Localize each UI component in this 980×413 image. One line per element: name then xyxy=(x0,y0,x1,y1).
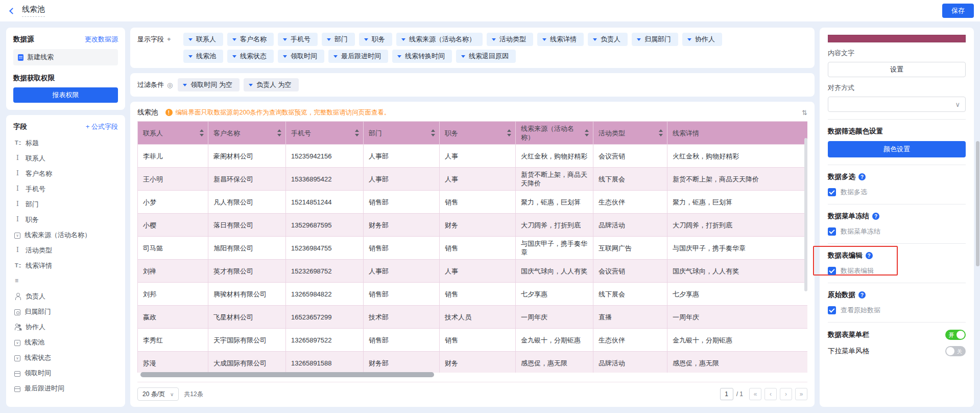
sort-icon[interactable] xyxy=(659,129,663,136)
formula-field-link[interactable]: + 公式字段 xyxy=(86,122,118,131)
question-icon[interactable]: ? xyxy=(858,173,866,180)
column-header[interactable]: 客户名称 xyxy=(208,122,286,145)
table-cell[interactable]: 13265984822 xyxy=(286,283,364,306)
table-cell[interactable]: 小樱 xyxy=(138,214,208,237)
table-cell[interactable]: 15336895422 xyxy=(286,168,364,191)
table-cell[interactable]: 销售 xyxy=(440,283,516,306)
color-settings-button[interactable]: 颜色设置 xyxy=(828,141,966,157)
datasource-item[interactable]: 新建线索 xyxy=(13,49,118,65)
table-cell[interactable]: 一周年庆 xyxy=(516,306,593,329)
checkbox-checked[interactable] xyxy=(828,188,836,196)
column-header[interactable]: 职务 xyxy=(440,122,516,145)
checkbox-checked[interactable] xyxy=(828,306,836,314)
next-page-button[interactable]: › xyxy=(780,388,792,400)
table-cell[interactable]: 国庆气球向，人人有奖 xyxy=(667,260,808,283)
table-cell[interactable]: 品牌活动 xyxy=(593,214,667,237)
table-cell[interactable]: 人事 xyxy=(440,145,516,168)
table-cell[interactable]: 苏漫 xyxy=(138,352,208,373)
table-cell[interactable]: 大刀阔斧，打折到底 xyxy=(516,214,593,237)
table-cell[interactable]: 人事 xyxy=(440,260,516,283)
toggle-switch[interactable]: 关 xyxy=(945,346,966,356)
table-cell[interactable]: 与国庆甲子，携手奏华章 xyxy=(667,237,808,260)
table-cell[interactable]: 英才有限公司 xyxy=(208,260,286,283)
table-cell[interactable]: 小梦 xyxy=(138,191,208,214)
table-cell[interactable]: 王小明 xyxy=(138,168,208,191)
table-cell[interactable]: 会议营销 xyxy=(593,260,667,283)
sort-icon[interactable] xyxy=(585,129,589,136)
sort-icon[interactable] xyxy=(200,129,204,136)
table-cell[interactable]: 聚力，钜惠，巨划算 xyxy=(667,191,808,214)
table-cell[interactable]: 新昌环保公司 xyxy=(208,168,286,191)
table-cell[interactable]: 13265897522 xyxy=(286,329,364,352)
table-cell[interactable]: 人事部 xyxy=(364,145,440,168)
column-header[interactable]: 手机号 xyxy=(286,122,364,145)
table-cell[interactable]: 人事部 xyxy=(364,168,440,191)
table-cell[interactable]: 15232698752 xyxy=(286,260,364,283)
field-item[interactable] xyxy=(13,273,118,289)
field-item[interactable]: 客户名称 xyxy=(13,166,118,181)
table-cell[interactable]: 李秀红 xyxy=(138,329,208,352)
current-page-input[interactable]: 1 xyxy=(720,388,733,400)
display-field-chip[interactable]: 线索退回原因 xyxy=(456,50,516,63)
table-cell[interactable]: 销售部 xyxy=(364,237,440,260)
toggle-switch[interactable]: 开 xyxy=(945,330,966,340)
field-item[interactable]: 线索详情 xyxy=(13,258,118,273)
display-field-chip[interactable]: 协作人 xyxy=(682,33,722,46)
table-cell[interactable]: 刘邦 xyxy=(138,283,208,306)
content-text-settings-button[interactable]: 设置 xyxy=(828,62,966,77)
page-size-select[interactable]: 20 条/页 ∨ xyxy=(137,387,179,401)
table-cell[interactable]: 天宇国际有限公司 xyxy=(208,329,286,352)
column-header[interactable]: 线索来源（活动名称） xyxy=(516,122,593,145)
report-permission-button[interactable]: 报表权限 xyxy=(13,87,118,103)
field-item[interactable]: 手机号 xyxy=(13,181,118,197)
table-cell[interactable]: 人事部 xyxy=(364,260,440,283)
display-field-chip[interactable]: 最后跟进时间 xyxy=(328,50,388,63)
table-cell[interactable]: 线下展会 xyxy=(593,168,667,191)
table-cell[interactable]: 人事 xyxy=(440,168,516,191)
sort-order-icon[interactable]: ⇅ xyxy=(802,109,807,117)
display-field-chip[interactable]: 职务 xyxy=(359,33,392,46)
table-cell[interactable]: 财务部 xyxy=(364,352,440,373)
color-swatch[interactable] xyxy=(828,35,966,42)
table-cell[interactable]: 销售部 xyxy=(364,329,440,352)
display-field-chip[interactable]: 线索转换时间 xyxy=(392,50,452,63)
table-vertical-scrollbar[interactable] xyxy=(804,138,807,291)
table-cell[interactable]: 旭阳有限公司 xyxy=(208,237,286,260)
table-cell[interactable]: 15236984755 xyxy=(286,237,364,260)
display-field-chip[interactable]: 客户名称 xyxy=(227,33,274,46)
display-field-chip[interactable]: 联系人 xyxy=(183,33,223,46)
field-item[interactable]: 协作人 xyxy=(13,319,118,335)
table-cell[interactable]: 与国庆甲子，携手奏华章 xyxy=(516,237,593,260)
field-item[interactable]: 线索状态 xyxy=(13,350,118,365)
page-vertical-scrollbar[interactable] xyxy=(976,141,979,266)
table-cell[interactable]: 金九银十，分期钜惠 xyxy=(667,329,808,352)
table-cell[interactable]: 豪阁材料公司 xyxy=(208,145,286,168)
table-cell[interactable]: 财务部 xyxy=(364,214,440,237)
table-cell[interactable]: 腾骏材料有限公司 xyxy=(208,283,286,306)
table-cell[interactable]: 火红金秋，购物好精彩 xyxy=(516,145,593,168)
field-item[interactable]: 最后跟进时间 xyxy=(13,381,118,396)
table-cell[interactable]: 金九银十，分期钜惠 xyxy=(516,329,593,352)
field-item[interactable]: 负责人 xyxy=(13,289,118,304)
sort-icon[interactable] xyxy=(277,129,281,136)
table-cell[interactable]: 生态伙伴 xyxy=(593,191,667,214)
table-cell[interactable]: 司马懿 xyxy=(138,237,208,260)
table-cell[interactable]: 技术部 xyxy=(364,306,440,329)
table-cell[interactable]: 13529687595 xyxy=(286,214,364,237)
column-header[interactable]: 活动类型 xyxy=(593,122,667,145)
table-cell[interactable]: 13265891588 xyxy=(286,352,364,373)
align-select[interactable]: ∨ xyxy=(828,97,966,112)
sort-icon[interactable] xyxy=(507,129,511,136)
sort-icon[interactable] xyxy=(355,129,359,136)
table-cell[interactable]: 销售部 xyxy=(364,191,440,214)
display-field-chip[interactable]: 活动类型 xyxy=(487,33,533,46)
display-field-chip[interactable]: 归属部门 xyxy=(632,33,678,46)
filter-chip[interactable]: 领取时间 为空 xyxy=(178,78,240,91)
table-cell[interactable]: 财务 xyxy=(440,214,516,237)
table-cell[interactable]: 感恩促，惠无限 xyxy=(667,352,808,373)
question-icon[interactable]: ? xyxy=(872,213,879,220)
table-cell[interactable]: 互联网广告 xyxy=(593,237,667,260)
display-field-chip[interactable]: 领取时间 xyxy=(278,50,324,63)
table-cell[interactable]: 落日有限公司 xyxy=(208,214,286,237)
table-cell[interactable]: 销售 xyxy=(440,329,516,352)
